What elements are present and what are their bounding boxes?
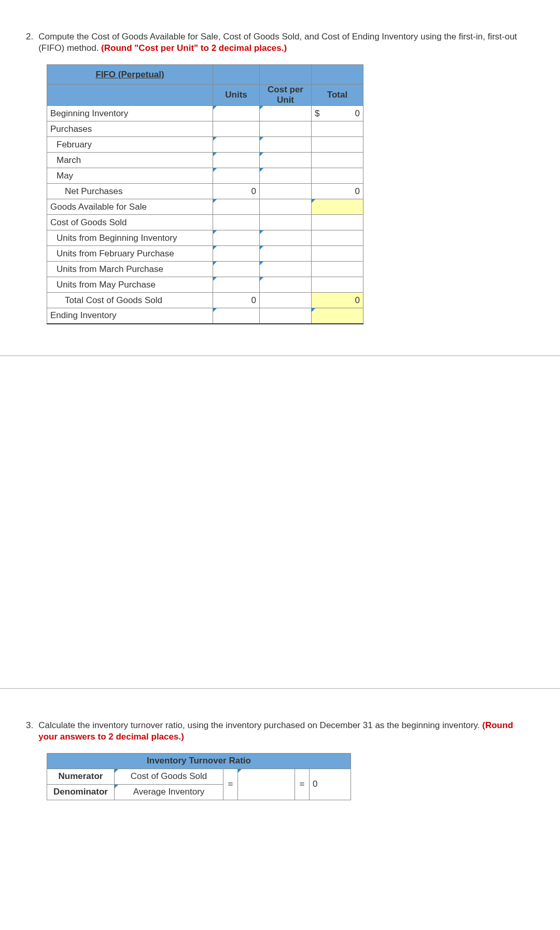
- header-total: Total: [312, 85, 363, 106]
- total-cell: [312, 230, 363, 246]
- units-cell: 0: [213, 293, 260, 308]
- cpu-cell: [260, 293, 312, 308]
- q3-text-main: Calculate the inventory turnover ratio, …: [38, 720, 482, 730]
- total-cell: [312, 246, 363, 262]
- row-may: May: [47, 168, 213, 184]
- equals-sign: =: [295, 769, 310, 800]
- denominator-desc[interactable]: Average Inventory: [115, 784, 223, 800]
- total-cell: [312, 137, 363, 153]
- row-from-may: Units from May Purchase: [47, 277, 213, 293]
- units-input[interactable]: [213, 277, 260, 293]
- cpu-input[interactable]: [260, 230, 312, 246]
- units-input[interactable]: [213, 308, 260, 324]
- equals-sign: =: [223, 769, 238, 800]
- cpu-input[interactable]: [260, 106, 312, 121]
- blank-header: [47, 85, 213, 106]
- row-goods-available: Goods Available for Sale: [47, 199, 213, 215]
- separator: [0, 355, 560, 356]
- row-net-purchases: Net Purchases: [47, 184, 213, 199]
- ratio-table: Inventory Turnover Ratio Numerator Cost …: [47, 753, 351, 800]
- row-cogs: Cost of Goods Sold: [47, 215, 213, 230]
- row-february: February: [47, 137, 213, 153]
- blank-header: [213, 65, 260, 85]
- cpu-input[interactable]: [260, 168, 312, 184]
- row-purchases: Purchases: [47, 121, 213, 137]
- question-3: 3. Calculate the inventory turnover rati…: [26, 720, 534, 743]
- question-2: 2. Compute the Cost of Goods Available f…: [26, 31, 534, 54]
- fifo-table: FIFO (Perpetual) Units Cost per Unit Tot…: [47, 64, 363, 324]
- separator: [0, 688, 560, 689]
- denominator-label: Denominator: [47, 784, 115, 800]
- total-cell: 0: [312, 293, 363, 308]
- total-cell: [312, 121, 363, 137]
- blank-header: [260, 65, 312, 85]
- cpu-cell: [260, 184, 312, 199]
- units-input[interactable]: [213, 137, 260, 153]
- total-cell: [312, 262, 363, 277]
- units-cell: [213, 121, 260, 137]
- cpu-cell: [260, 199, 312, 215]
- header-units: Units: [213, 85, 260, 106]
- total-cell: [312, 215, 363, 230]
- q2-text-red: (Round "Cost per Unit" to 2 decimal plac…: [101, 43, 287, 53]
- cpu-input[interactable]: [260, 153, 312, 168]
- row-beginning-inventory: Beginning Inventory: [47, 106, 213, 121]
- cpu-input[interactable]: [260, 246, 312, 262]
- blank-header: [312, 65, 363, 85]
- units-input[interactable]: [213, 199, 260, 215]
- total-cell: [312, 277, 363, 293]
- cpu-cell: [260, 215, 312, 230]
- row-march: March: [47, 153, 213, 168]
- q3-number: 3.: [26, 720, 33, 743]
- ratio-result: 0: [310, 769, 351, 800]
- units-input[interactable]: [213, 106, 260, 121]
- numerator-label: Numerator: [47, 769, 115, 784]
- units-cell: 0: [213, 184, 260, 199]
- fifo-title: FIFO (Perpetual): [47, 65, 213, 85]
- cpu-input[interactable]: [260, 137, 312, 153]
- row-from-beginning: Units from Beginning Inventory: [47, 230, 213, 246]
- cpu-input[interactable]: [260, 262, 312, 277]
- units-input[interactable]: [213, 262, 260, 277]
- row-total-cogs: Total Cost of Goods Sold: [47, 293, 213, 308]
- total-cell: $0: [312, 106, 363, 121]
- total-input[interactable]: [312, 199, 363, 215]
- total-cell: [312, 153, 363, 168]
- row-from-february: Units from February Purchase: [47, 246, 213, 262]
- ratio-value-input[interactable]: [238, 769, 295, 800]
- numerator-desc[interactable]: Cost of Goods Sold: [115, 769, 223, 784]
- total-cell: [312, 168, 363, 184]
- units-input[interactable]: [213, 153, 260, 168]
- total-cell: 0: [312, 184, 363, 199]
- q2-number: 2.: [26, 31, 33, 54]
- cpu-input[interactable]: [260, 277, 312, 293]
- total-input[interactable]: [312, 308, 363, 324]
- row-ending-inventory: Ending Inventory: [47, 308, 213, 324]
- row-from-march: Units from March Purchase: [47, 262, 213, 277]
- ratio-title: Inventory Turnover Ratio: [47, 753, 351, 769]
- units-input[interactable]: [213, 168, 260, 184]
- cpu-cell: [260, 121, 312, 137]
- units-cell: [213, 215, 260, 230]
- units-input[interactable]: [213, 246, 260, 262]
- q2-text: Compute the Cost of Goods Available for …: [38, 31, 534, 54]
- header-cpu: Cost per Unit: [260, 85, 312, 106]
- cpu-cell: [260, 308, 312, 324]
- q3-text: Calculate the inventory turnover ratio, …: [38, 720, 534, 743]
- units-input[interactable]: [213, 230, 260, 246]
